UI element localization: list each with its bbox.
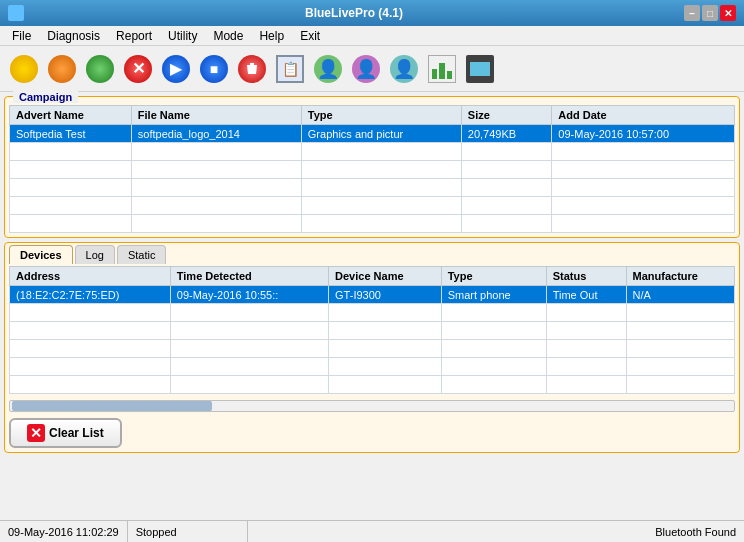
- clear-x-icon: ✕: [27, 424, 45, 442]
- tab-devices[interactable]: Devices: [9, 245, 73, 264]
- devices-cell-name: [329, 304, 442, 322]
- campaign-col-type: Type: [301, 106, 461, 125]
- campaign-cell-type: [301, 197, 461, 215]
- delete-button[interactable]: [234, 51, 270, 87]
- menu-help[interactable]: Help: [251, 27, 292, 45]
- menu-utility[interactable]: Utility: [160, 27, 205, 45]
- devices-cell-type: [441, 376, 546, 394]
- campaign-cell-size: [461, 161, 552, 179]
- titlebar-app-icon: [8, 5, 24, 21]
- campaign-col-size: Size: [461, 106, 552, 125]
- titlebar-controls: – □ ✕: [684, 5, 736, 21]
- tab-log[interactable]: Log: [75, 245, 115, 264]
- devices-col-status: Status: [546, 267, 626, 286]
- devices-cell-manufacture: N/A: [626, 286, 734, 304]
- campaign-cell-advert: [10, 143, 132, 161]
- chart-button[interactable]: [424, 51, 460, 87]
- devices-table-row[interactable]: [10, 322, 735, 340]
- campaign-cell-date: [552, 197, 735, 215]
- statusbar: 09-May-2016 11:02:29 Stopped Bluetooth F…: [0, 520, 744, 542]
- user2-button[interactable]: 👤: [348, 51, 384, 87]
- campaign-cell-size: [461, 179, 552, 197]
- campaign-cell-file: [131, 161, 301, 179]
- campaign-panel: Campaign Advert Name File Name Type Size…: [4, 96, 740, 238]
- devices-tabs: Devices Log Static: [5, 243, 739, 264]
- campaign-table-row[interactable]: [10, 161, 735, 179]
- devices-cell-address: [10, 340, 171, 358]
- monitor-button[interactable]: [462, 51, 498, 87]
- campaign-cell-advert: [10, 197, 132, 215]
- devices-cell-name: GT-I9300: [329, 286, 442, 304]
- devices-cell-address: (18:E2:C2:7E:75:ED): [10, 286, 171, 304]
- devices-col-time: Time Detected: [170, 267, 328, 286]
- devices-cell-manufacture: [626, 340, 734, 358]
- play-button[interactable]: ▶: [158, 51, 194, 87]
- devices-cell-name: [329, 322, 442, 340]
- campaign-cell-size: [461, 143, 552, 161]
- clear-list-button[interactable]: ✕ Clear List: [9, 418, 122, 448]
- minimize-button[interactable]: –: [684, 5, 700, 21]
- devices-table: Address Time Detected Device Name Type S…: [9, 266, 735, 394]
- menu-report[interactable]: Report: [108, 27, 160, 45]
- menu-exit[interactable]: Exit: [292, 27, 328, 45]
- campaign-table-row[interactable]: [10, 143, 735, 161]
- campaign-cell-date: 09-May-2016 10:57:00: [552, 125, 735, 143]
- campaign-col-date: Add Date: [552, 106, 735, 125]
- devices-cell-manufacture: [626, 376, 734, 394]
- campaign-cell-type: Graphics and pictur: [301, 125, 461, 143]
- devices-cell-type: [441, 358, 546, 376]
- devices-cell-status: Time Out: [546, 286, 626, 304]
- menu-mode[interactable]: Mode: [205, 27, 251, 45]
- devices-cell-type: [441, 340, 546, 358]
- devices-cell-name: [329, 358, 442, 376]
- devices-cell-time: [170, 340, 328, 358]
- devices-cell-name: [329, 340, 442, 358]
- campaign-cell-type: [301, 161, 461, 179]
- upload-button[interactable]: [82, 51, 118, 87]
- scrollbar-thumb[interactable]: [12, 401, 212, 411]
- devices-cell-time: 09-May-2016 10:55::: [170, 286, 328, 304]
- menu-diagnosis[interactable]: Diagnosis: [39, 27, 108, 45]
- devices-cell-status: [546, 376, 626, 394]
- stop-button[interactable]: ✕: [120, 51, 156, 87]
- pause-button[interactable]: ■: [196, 51, 232, 87]
- devices-cell-status: [546, 322, 626, 340]
- download-button[interactable]: [44, 51, 80, 87]
- status-stopped: Stopped: [128, 521, 248, 542]
- user1-button[interactable]: 👤: [310, 51, 346, 87]
- devices-cell-status: [546, 358, 626, 376]
- horizontal-scrollbar[interactable]: [9, 400, 735, 412]
- devices-cell-status: [546, 304, 626, 322]
- maximize-button[interactable]: □: [702, 5, 718, 21]
- menu-file[interactable]: File: [4, 27, 39, 45]
- devices-table-row[interactable]: [10, 376, 735, 394]
- titlebar-title: BlueLivePro (4.1): [24, 6, 684, 20]
- devices-col-address: Address: [10, 267, 171, 286]
- campaign-col-advert: Advert Name: [10, 106, 132, 125]
- devices-table-row[interactable]: (18:E2:C2:7E:75:ED) 09-May-2016 10:55:: …: [10, 286, 735, 304]
- user3-button[interactable]: 👤: [386, 51, 422, 87]
- devices-cell-manufacture: [626, 322, 734, 340]
- devices-table-row[interactable]: [10, 304, 735, 322]
- devices-table-row[interactable]: [10, 340, 735, 358]
- campaign-table-row[interactable]: [10, 215, 735, 233]
- tab-static[interactable]: Static: [117, 245, 167, 264]
- campaign-panel-title: Campaign: [13, 91, 78, 103]
- devices-col-type: Type: [441, 267, 546, 286]
- campaign-table-row[interactable]: Softpedia Test softpedia_logo_2014 Graph…: [10, 125, 735, 143]
- devices-cell-status: [546, 340, 626, 358]
- open-button[interactable]: [6, 51, 42, 87]
- list-button[interactable]: 📋: [272, 51, 308, 87]
- devices-cell-address: [10, 304, 171, 322]
- campaign-cell-date: [552, 215, 735, 233]
- campaign-table-row[interactable]: [10, 179, 735, 197]
- campaign-table-wrapper: Advert Name File Name Type Size Add Date…: [9, 105, 735, 233]
- close-button[interactable]: ✕: [720, 5, 736, 21]
- devices-col-manufacture: Manufacture: [626, 267, 734, 286]
- campaign-table-row[interactable]: [10, 197, 735, 215]
- devices-col-name: Device Name: [329, 267, 442, 286]
- devices-cell-type: [441, 304, 546, 322]
- devices-cell-time: [170, 322, 328, 340]
- campaign-cell-size: 20,749KB: [461, 125, 552, 143]
- devices-table-row[interactable]: [10, 358, 735, 376]
